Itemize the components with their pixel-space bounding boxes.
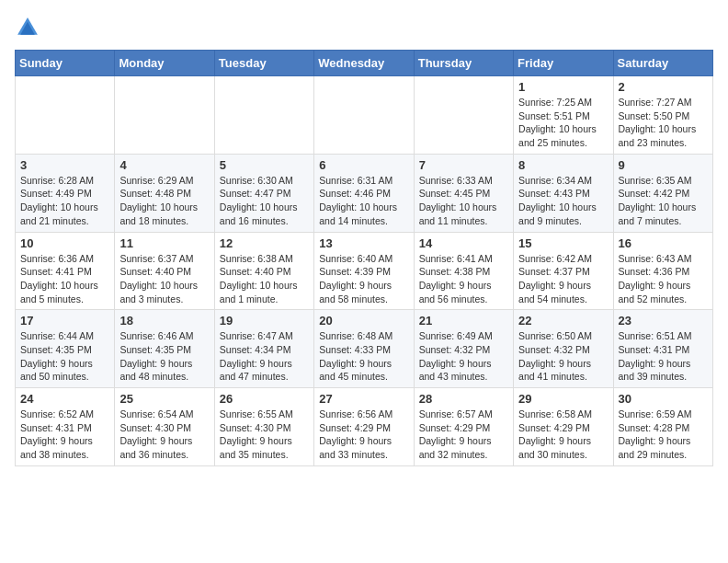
week-row-3: 10Sunrise: 6:36 AM Sunset: 4:41 PM Dayli… [16, 232, 713, 310]
day-number: 21 [419, 314, 508, 327]
day-info: Sunrise: 6:36 AM Sunset: 4:41 PM Dayligh… [20, 252, 109, 306]
day-info: Sunrise: 6:28 AM Sunset: 4:49 PM Dayligh… [20, 174, 109, 228]
calendar-cell: 28Sunrise: 6:57 AM Sunset: 4:29 PM Dayli… [414, 388, 513, 466]
week-row-4: 17Sunrise: 6:44 AM Sunset: 4:35 PM Dayli… [16, 310, 713, 388]
day-number: 8 [518, 158, 608, 172]
day-info: Sunrise: 6:50 AM Sunset: 4:32 PM Dayligh… [518, 329, 608, 384]
day-info: Sunrise: 6:33 AM Sunset: 4:45 PM Dayligh… [419, 174, 508, 228]
logo-icon [15, 15, 40, 40]
calendar-cell: 24Sunrise: 6:52 AM Sunset: 4:31 PM Dayli… [16, 388, 115, 466]
calendar-cell: 20Sunrise: 6:48 AM Sunset: 4:33 PM Dayli… [314, 310, 414, 388]
calendar-cell: 22Sunrise: 6:50 AM Sunset: 4:32 PM Dayli… [514, 310, 613, 388]
day-info: Sunrise: 7:27 AM Sunset: 5:50 PM Dayligh… [619, 96, 708, 150]
day-number: 7 [419, 158, 508, 172]
week-row-5: 24Sunrise: 6:52 AM Sunset: 4:31 PM Dayli… [16, 388, 713, 466]
calendar-cell: 13Sunrise: 6:40 AM Sunset: 4:39 PM Dayli… [314, 232, 414, 310]
calendar-cell: 17Sunrise: 6:44 AM Sunset: 4:35 PM Dayli… [16, 310, 115, 388]
calendar-cell: 27Sunrise: 6:56 AM Sunset: 4:29 PM Dayli… [314, 388, 414, 466]
day-number: 22 [518, 314, 608, 327]
calendar-cell: 26Sunrise: 6:55 AM Sunset: 4:30 PM Dayli… [214, 388, 313, 466]
weekday-sunday: Sunday [16, 51, 115, 76]
calendar-cell: 19Sunrise: 6:47 AM Sunset: 4:34 PM Dayli… [214, 310, 313, 388]
day-info: Sunrise: 6:43 AM Sunset: 4:36 PM Dayligh… [619, 252, 708, 306]
calendar-cell [414, 76, 513, 155]
day-info: Sunrise: 6:49 AM Sunset: 4:32 PM Dayligh… [419, 329, 508, 384]
day-info: Sunrise: 6:31 AM Sunset: 4:46 PM Dayligh… [319, 174, 408, 228]
weekday-saturday: Saturday [613, 51, 712, 76]
day-info: Sunrise: 6:59 AM Sunset: 4:28 PM Dayligh… [619, 408, 708, 462]
calendar-table: SundayMondayTuesdayWednesdayThursdayFrid… [15, 50, 713, 466]
day-info: Sunrise: 6:57 AM Sunset: 4:29 PM Dayligh… [419, 408, 508, 462]
calendar-cell: 30Sunrise: 6:59 AM Sunset: 4:28 PM Dayli… [613, 388, 712, 466]
calendar-cell [115, 76, 214, 155]
weekday-monday: Monday [115, 51, 214, 76]
calendar-cell: 6Sunrise: 6:31 AM Sunset: 4:46 PM Daylig… [314, 154, 414, 232]
calendar-cell: 14Sunrise: 6:41 AM Sunset: 4:38 PM Dayli… [414, 232, 513, 310]
day-info: Sunrise: 6:37 AM Sunset: 4:40 PM Dayligh… [119, 252, 209, 306]
calendar-cell [314, 76, 414, 155]
day-number: 11 [119, 236, 209, 250]
day-number: 9 [619, 158, 708, 172]
calendar-cell: 11Sunrise: 6:37 AM Sunset: 4:40 PM Dayli… [115, 232, 214, 310]
calendar-cell: 7Sunrise: 6:33 AM Sunset: 4:45 PM Daylig… [414, 154, 513, 232]
day-info: Sunrise: 6:42 AM Sunset: 4:37 PM Dayligh… [518, 252, 608, 306]
calendar-cell: 12Sunrise: 6:38 AM Sunset: 4:40 PM Dayli… [214, 232, 313, 310]
week-row-1: 1Sunrise: 7:25 AM Sunset: 5:51 PM Daylig… [16, 76, 713, 155]
weekday-friday: Friday [514, 51, 613, 76]
day-number: 1 [518, 80, 608, 94]
weekday-tuesday: Tuesday [214, 51, 313, 76]
day-number: 25 [119, 392, 209, 406]
calendar-cell: 21Sunrise: 6:49 AM Sunset: 4:32 PM Dayli… [414, 310, 513, 388]
day-info: Sunrise: 6:51 AM Sunset: 4:31 PM Dayligh… [619, 329, 708, 384]
week-row-2: 3Sunrise: 6:28 AM Sunset: 4:49 PM Daylig… [16, 154, 713, 232]
day-info: Sunrise: 6:55 AM Sunset: 4:30 PM Dayligh… [220, 408, 309, 462]
day-number: 2 [619, 80, 708, 94]
day-info: Sunrise: 6:47 AM Sunset: 4:34 PM Dayligh… [220, 329, 309, 384]
day-info: Sunrise: 6:46 AM Sunset: 4:35 PM Dayligh… [119, 329, 209, 384]
day-number: 23 [619, 314, 708, 327]
day-number: 29 [518, 392, 608, 406]
day-info: Sunrise: 6:48 AM Sunset: 4:33 PM Dayligh… [319, 329, 408, 384]
day-info: Sunrise: 6:54 AM Sunset: 4:30 PM Dayligh… [119, 408, 209, 462]
day-number: 5 [220, 158, 309, 172]
calendar-cell [214, 76, 313, 155]
calendar-cell: 1Sunrise: 7:25 AM Sunset: 5:51 PM Daylig… [514, 76, 613, 155]
day-number: 13 [319, 236, 408, 250]
day-number: 10 [20, 236, 109, 250]
day-info: Sunrise: 6:30 AM Sunset: 4:47 PM Dayligh… [220, 174, 309, 228]
day-info: Sunrise: 7:25 AM Sunset: 5:51 PM Dayligh… [518, 96, 608, 150]
calendar-cell: 8Sunrise: 6:34 AM Sunset: 4:43 PM Daylig… [514, 154, 613, 232]
day-number: 12 [220, 236, 309, 250]
day-info: Sunrise: 6:38 AM Sunset: 4:40 PM Dayligh… [220, 252, 309, 306]
calendar-cell: 2Sunrise: 7:27 AM Sunset: 5:50 PM Daylig… [613, 76, 712, 155]
day-number: 19 [220, 314, 309, 327]
calendar-cell: 25Sunrise: 6:54 AM Sunset: 4:30 PM Dayli… [115, 388, 214, 466]
calendar-cell: 15Sunrise: 6:42 AM Sunset: 4:37 PM Dayli… [514, 232, 613, 310]
calendar-cell: 16Sunrise: 6:43 AM Sunset: 4:36 PM Dayli… [613, 232, 712, 310]
day-number: 17 [20, 314, 109, 327]
day-number: 16 [619, 236, 708, 250]
day-info: Sunrise: 6:35 AM Sunset: 4:42 PM Dayligh… [619, 174, 708, 228]
day-number: 4 [119, 158, 209, 172]
day-number: 18 [119, 314, 209, 327]
day-info: Sunrise: 6:58 AM Sunset: 4:29 PM Dayligh… [518, 408, 608, 462]
day-number: 15 [518, 236, 608, 250]
calendar-cell: 29Sunrise: 6:58 AM Sunset: 4:29 PM Dayli… [514, 388, 613, 466]
page-header [15, 15, 713, 40]
calendar-cell: 9Sunrise: 6:35 AM Sunset: 4:42 PM Daylig… [613, 154, 712, 232]
day-info: Sunrise: 6:34 AM Sunset: 4:43 PM Dayligh… [518, 174, 608, 228]
day-number: 3 [20, 158, 109, 172]
calendar-cell: 18Sunrise: 6:46 AM Sunset: 4:35 PM Dayli… [115, 310, 214, 388]
calendar-cell: 3Sunrise: 6:28 AM Sunset: 4:49 PM Daylig… [16, 154, 115, 232]
day-number: 26 [220, 392, 309, 406]
day-info: Sunrise: 6:40 AM Sunset: 4:39 PM Dayligh… [319, 252, 408, 306]
weekday-header-row: SundayMondayTuesdayWednesdayThursdayFrid… [16, 51, 713, 76]
day-number: 24 [20, 392, 109, 406]
day-info: Sunrise: 6:29 AM Sunset: 4:48 PM Dayligh… [119, 174, 209, 228]
day-info: Sunrise: 6:44 AM Sunset: 4:35 PM Dayligh… [20, 329, 109, 384]
day-number: 6 [319, 158, 408, 172]
day-info: Sunrise: 6:52 AM Sunset: 4:31 PM Dayligh… [20, 408, 109, 462]
day-number: 14 [419, 236, 508, 250]
day-info: Sunrise: 6:41 AM Sunset: 4:38 PM Dayligh… [419, 252, 508, 306]
calendar-cell: 4Sunrise: 6:29 AM Sunset: 4:48 PM Daylig… [115, 154, 214, 232]
